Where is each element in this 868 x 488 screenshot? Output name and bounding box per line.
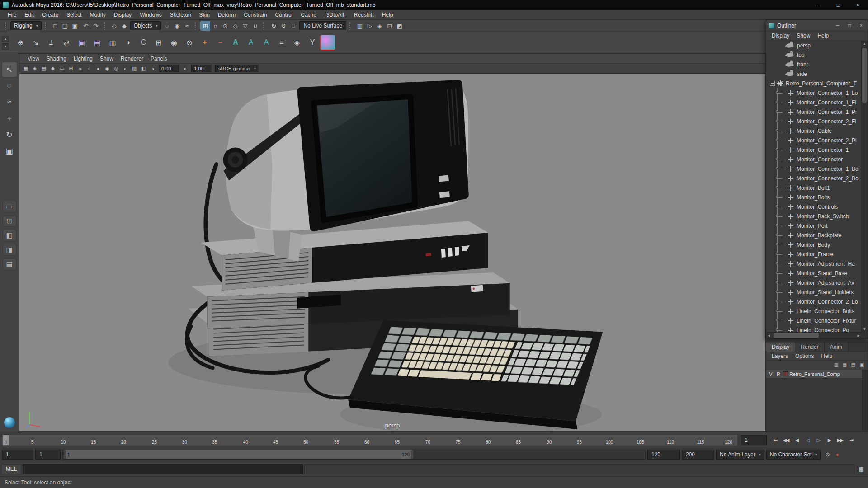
- mask-joints-icon[interactable]: ◉: [172, 21, 182, 31]
- shaded-mode-icon[interactable]: ●: [94, 64, 103, 73]
- outliner-item[interactable]: Monitor_Controls: [766, 202, 861, 211]
- insert-joint-icon[interactable]: ±: [43, 35, 59, 50]
- vertical-scroll-thumb[interactable]: [862, 48, 867, 103]
- scale-tool-icon[interactable]: ▣: [2, 144, 17, 158]
- menu-item[interactable]: Select: [62, 10, 85, 19]
- viewport-menu-item[interactable]: Show: [96, 56, 117, 62]
- menu-item[interactable]: Cache: [297, 10, 321, 19]
- scroll-up-icon[interactable]: ▲: [863, 42, 866, 45]
- outliner-item[interactable]: Monitor_Connector_2_Lo: [766, 297, 861, 306]
- render-settings-icon[interactable]: ⊟: [385, 21, 395, 31]
- layer-visibility-toggle[interactable]: V: [768, 371, 774, 377]
- collapse-toggle[interactable]: [770, 81, 775, 86]
- menu-item[interactable]: Control: [271, 10, 297, 19]
- layout-hypershade-icon[interactable]: ▤: [3, 258, 16, 270]
- paint-skin-weights-icon[interactable]: ◑: [120, 35, 136, 50]
- outliner-maximize-button[interactable]: □: [845, 21, 854, 30]
- animation-end-field[interactable]: 200: [682, 450, 714, 460]
- undo-icon[interactable]: ↶: [81, 21, 91, 31]
- viewport-canvas[interactable]: persp: [19, 74, 765, 431]
- playback-end-field[interactable]: 120: [647, 450, 680, 460]
- command-language-toggle[interactable]: MEL: [1, 464, 21, 474]
- outliner-item[interactable]: Retro_Personal_Computer_T: [766, 79, 861, 88]
- paint-selection-tool-icon[interactable]: ≈: [2, 95, 17, 109]
- menu-item[interactable]: Create: [38, 10, 62, 19]
- gamma-icon[interactable]: ◐: [181, 64, 190, 73]
- outliner-item[interactable]: Monitor_Bolt1: [766, 183, 861, 192]
- shelf-tab-down-icon[interactable]: ▾: [2, 43, 9, 50]
- snap-to-view-icon[interactable]: ▽: [240, 21, 250, 31]
- menu-item[interactable]: Skin: [195, 10, 214, 19]
- rotate-tool-icon[interactable]: ↻: [2, 127, 17, 142]
- outliner-item[interactable]: LineIn_Connector_Fixtur: [766, 316, 861, 325]
- outliner-item[interactable]: Monitor_Connector_2_Pi: [766, 136, 861, 145]
- lock-node-icon[interactable]: ◈: [289, 35, 305, 50]
- menu-item[interactable]: Modify: [85, 10, 109, 19]
- outliner-item[interactable]: Monitor_Connector_1_Pi: [766, 107, 861, 117]
- bind-skin-icon[interactable]: ▣: [74, 35, 90, 50]
- ik-handle-tool-icon[interactable]: ↘: [28, 35, 43, 50]
- step-forward-frame-button[interactable]: ▶: [824, 435, 835, 446]
- outliner-menu-item[interactable]: Display: [768, 33, 793, 39]
- material-sphere-icon[interactable]: ●: [320, 35, 335, 50]
- lights-toggle-icon[interactable]: ◎: [112, 64, 121, 73]
- select-object-icon[interactable]: ◆: [119, 21, 129, 31]
- shadows-toggle-icon[interactable]: ◐: [121, 64, 130, 73]
- textured-mode-icon[interactable]: ◉: [103, 64, 112, 73]
- grip-handle[interactable]: [349, 22, 352, 30]
- cluster-icon[interactable]: C: [136, 35, 151, 50]
- grip-handle[interactable]: [104, 22, 106, 30]
- layout-four-pane-icon[interactable]: ⊞: [3, 215, 16, 227]
- shelf-tab-up-icon[interactable]: ▴: [2, 36, 9, 42]
- layer-playback-toggle[interactable]: P: [775, 371, 782, 377]
- layer-editor-menu-item[interactable]: Options: [792, 353, 817, 359]
- auto-keyframe-icon[interactable]: ●: [832, 450, 842, 460]
- outliner-item[interactable]: Monitor_Connector_2_Bo: [766, 174, 861, 183]
- select-camera-icon[interactable]: ▦: [21, 64, 30, 73]
- outliner-close-button[interactable]: ×: [857, 21, 866, 30]
- scroll-down-icon[interactable]: ▼: [863, 328, 866, 331]
- grip-handle[interactable]: [195, 22, 197, 30]
- playback-range-handle[interactable]: 1 120: [64, 450, 413, 459]
- point-constraint-icon[interactable]: ⊙: [182, 35, 197, 50]
- detach-skin-icon[interactable]: ▥: [105, 35, 120, 50]
- layer-editor-tab[interactable]: Anim: [825, 342, 848, 352]
- new-layer-from-selected-icon[interactable]: ▦: [841, 361, 849, 368]
- layout-persp-graph-icon[interactable]: ◨: [3, 244, 16, 256]
- selection-mask-selector[interactable]: Objects ▾: [130, 21, 161, 30]
- menu-item[interactable]: Edit: [20, 10, 38, 19]
- outliner-item[interactable]: Monitor_Connector_2_Fi: [766, 117, 861, 126]
- layer-list-scrollbar[interactable]: [862, 370, 868, 431]
- select-tool-icon[interactable]: ↖: [2, 62, 17, 77]
- outliner-item[interactable]: Monitor_Connector: [766, 155, 861, 164]
- snap-to-curves-icon[interactable]: ∩: [210, 21, 220, 31]
- outliner-item[interactable]: Monitor_Frame: [766, 249, 861, 259]
- lasso-tool-icon[interactable]: ◌: [2, 79, 17, 93]
- joint-tool-icon[interactable]: ⊕: [13, 35, 28, 50]
- exposure-icon[interactable]: ◑: [148, 64, 157, 73]
- live-surface-field[interactable]: No Live Surface: [299, 21, 346, 30]
- bookmark-icon[interactable]: ◆: [48, 64, 57, 73]
- exposure-field[interactable]: 0.00: [159, 65, 179, 72]
- outliner-item[interactable]: Monitor_Backplate: [766, 230, 861, 240]
- save-scene-icon[interactable]: ▣: [70, 21, 80, 31]
- isolate-select-icon[interactable]: ◧: [139, 64, 148, 73]
- scroll-right-icon[interactable]: ▶: [858, 334, 860, 338]
- layer-editor-tab[interactable]: Render: [795, 342, 824, 352]
- viewport-menu-item[interactable]: Panels: [147, 56, 171, 62]
- new-empty-layer-icon[interactable]: ▥: [832, 361, 840, 368]
- xray-mode-icon[interactable]: ▨: [130, 64, 139, 73]
- grip-handle[interactable]: [263, 22, 265, 30]
- outliner-item[interactable]: LineIn_Connector_Po: [766, 325, 861, 332]
- move-tool-icon[interactable]: +: [2, 111, 17, 126]
- layer-attributes-icon[interactable]: ▤: [849, 361, 857, 368]
- lattice-icon[interactable]: ⊞: [151, 35, 166, 50]
- play-backwards-button[interactable]: ◁: [802, 435, 813, 446]
- viewport-menu-item[interactable]: Renderer: [117, 56, 147, 62]
- menu-item[interactable]: Redshift: [350, 10, 378, 19]
- step-forward-key-button[interactable]: ▶▶: [835, 435, 845, 446]
- construction-history-icon[interactable]: ≡: [288, 21, 298, 31]
- parent-constraint-icon[interactable]: ◉: [166, 35, 182, 50]
- outliner-item[interactable]: Monitor_Body: [766, 240, 861, 249]
- snap-to-planes-icon[interactable]: ◇: [230, 21, 240, 31]
